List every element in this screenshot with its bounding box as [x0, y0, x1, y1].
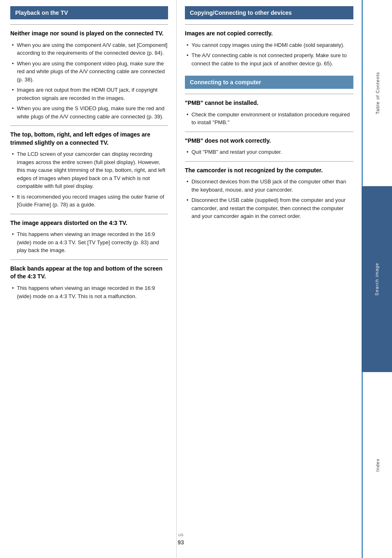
divider-1	[10, 24, 168, 25]
main-content: Playback on the TV Neither image nor sou…	[0, 0, 392, 558]
list-item: The LCD screen of your camcorder can dis…	[10, 150, 168, 190]
sidebar-index[interactable]: Index	[362, 372, 392, 558]
page-footer: US 93	[0, 529, 362, 550]
list-item: Disconnect devices from the USB jack of …	[185, 178, 353, 194]
subsection-black-bands-title: Black bands appear at the top and bottom…	[10, 265, 168, 281]
subsection-edges-bullets: The LCD screen of your camcorder can dis…	[10, 150, 168, 209]
sidebar-table-of-contents[interactable]: Table of Contents	[362, 0, 392, 186]
right-column: Copying/Connecting to other devices Imag…	[177, 0, 362, 558]
subsection-images-not-copied-bullets: You cannot copy images using the HDMI ca…	[185, 41, 353, 68]
subsection-distorted-title: The image appears distorted on the 4:3 T…	[10, 219, 168, 227]
right-section2-title: Connecting to a computer	[190, 79, 261, 86]
subsection-images-not-copied-title: Images are not copied correctly.	[185, 30, 353, 38]
divider-3	[10, 214, 168, 214]
list-item: Quit "PMB" and restart your computer.	[185, 148, 353, 156]
left-section-header: Playback on the TV	[10, 6, 168, 19]
list-item: When you are using the component video p…	[10, 60, 168, 84]
divider-r4	[185, 161, 353, 162]
subsection-neither-image-bullets: When you are using the component A/V cab…	[10, 41, 168, 121]
subsection-neither-image: Neither image nor sound is played on the…	[10, 30, 168, 120]
sidebar-index-label: Index	[375, 458, 380, 472]
divider-r3	[185, 132, 353, 132]
subsection-black-bands-bullets: This happens when viewing an image recor…	[10, 284, 168, 300]
sidebar-search-image[interactable]: Search image	[362, 186, 392, 373]
subsection-camcorder-not-recognized-bullets: Disconnect devices from the USB jack of …	[185, 178, 353, 220]
subsection-edges: The top, bottom, right, and left edges o…	[10, 131, 168, 209]
list-item: It is recommended you record images usin…	[10, 193, 168, 209]
list-item: When you are using the S VIDEO plug, mak…	[10, 104, 168, 120]
subsection-images-not-copied: Images are not copied correctly. You can…	[185, 30, 353, 67]
page-number: 93	[178, 539, 184, 546]
subsection-black-bands: Black bands appear at the top and bottom…	[10, 265, 168, 300]
subsection-pmb-work-bullets: Quit "PMB" and restart your computer.	[185, 148, 353, 156]
subsection-pmb-install: "PMB" cannot be installed. Check the com…	[185, 99, 353, 127]
divider-r1	[185, 24, 353, 25]
right-section1-title: Copying/Connecting to other devices	[190, 9, 292, 16]
sidebar: Table of Contents Search image Index	[362, 0, 392, 558]
divider-2	[10, 125, 168, 126]
right-section1-header: Copying/Connecting to other devices	[185, 6, 353, 19]
page-container: Playback on the TV Neither image nor sou…	[0, 0, 392, 558]
divider-r2	[185, 94, 353, 94]
sidebar-search-label: Search image	[374, 263, 379, 296]
subsection-distorted-bullets: This happens when viewing an image recor…	[10, 230, 168, 255]
subsection-pmb-install-title: "PMB" cannot be installed.	[185, 99, 353, 107]
subsection-pmb-work: "PMB" does not work correctly. Quit "PMB…	[185, 137, 353, 156]
list-item: Disconnect the USB cable (supplied) from…	[185, 196, 353, 220]
subsection-pmb-install-bullets: Check the computer environment or instal…	[185, 111, 353, 127]
list-item: Images are not output from the HDMI OUT …	[10, 86, 168, 102]
list-item: This happens when viewing an image recor…	[10, 284, 168, 300]
page-prefix: US	[178, 533, 184, 537]
list-item: You cannot copy images using the HDMI ca…	[185, 41, 353, 49]
subsection-neither-image-title: Neither image nor sound is played on the…	[10, 30, 168, 38]
sidebar-toc-label: Table of Contents	[375, 72, 380, 114]
left-column: Playback on the TV Neither image nor sou…	[0, 0, 177, 558]
list-item: Check the computer environment or instal…	[185, 111, 353, 127]
list-item: The A/V connecting cable is not connecte…	[185, 51, 353, 67]
left-section-title: Playback on the TV	[15, 9, 68, 16]
subsection-pmb-work-title: "PMB" does not work correctly.	[185, 137, 353, 145]
list-item: When you are using the component A/V cab…	[10, 41, 168, 57]
subsection-edges-title: The top, bottom, right, and left edges o…	[10, 131, 168, 147]
list-item: This happens when viewing an image recor…	[10, 230, 168, 255]
right-section2-header: Connecting to a computer	[185, 76, 353, 89]
subsection-camcorder-not-recognized-title: The camcorder is not recognized by the c…	[185, 167, 353, 175]
subsection-distorted: The image appears distorted on the 4:3 T…	[10, 219, 168, 255]
subsection-camcorder-not-recognized: The camcorder is not recognized by the c…	[185, 167, 353, 220]
divider-4	[10, 259, 168, 260]
